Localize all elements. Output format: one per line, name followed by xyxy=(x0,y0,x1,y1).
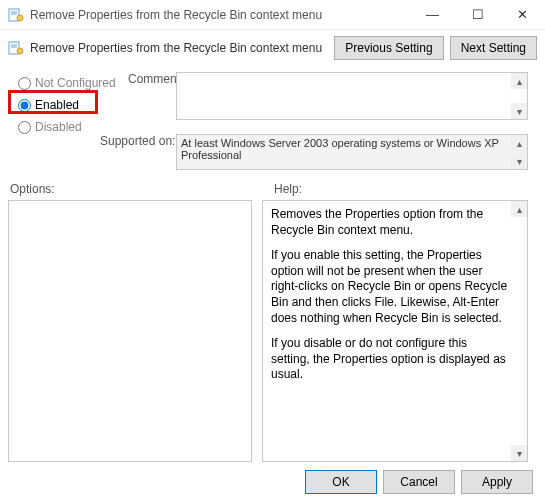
svg-point-7 xyxy=(17,48,23,54)
supported-on-label: Supported on: xyxy=(100,134,175,148)
radio-disabled-input[interactable] xyxy=(18,121,31,134)
next-setting-button[interactable]: Next Setting xyxy=(450,36,537,60)
dialog-button-row: OK Cancel Apply xyxy=(305,470,533,494)
radio-disabled-label: Disabled xyxy=(35,120,82,134)
options-label: Options: xyxy=(8,182,268,196)
close-button[interactable]: ✕ xyxy=(500,0,545,30)
scroll-down-icon[interactable]: ▾ xyxy=(511,445,527,461)
scroll-down-icon[interactable]: ▾ xyxy=(511,103,527,119)
cancel-button[interactable]: Cancel xyxy=(383,470,455,494)
radio-not-configured-label: Not Configured xyxy=(35,76,116,90)
radio-enabled[interactable]: Enabled xyxy=(18,94,118,116)
radio-not-configured-input[interactable] xyxy=(18,77,31,90)
previous-setting-button[interactable]: Previous Setting xyxy=(334,36,443,60)
radio-not-configured[interactable]: Not Configured xyxy=(18,72,118,94)
state-radio-group: Not Configured Enabled Disabled xyxy=(18,72,118,138)
scroll-up-icon[interactable]: ▴ xyxy=(511,201,527,217)
window-title: Remove Properties from the Recycle Bin c… xyxy=(30,8,410,22)
help-label: Help: xyxy=(268,182,302,196)
svg-point-3 xyxy=(17,15,23,21)
help-pane: Removes the Properties option from the R… xyxy=(262,200,528,462)
scroll-down-icon[interactable]: ▾ xyxy=(511,153,527,169)
comment-field[interactable]: ▴ ▾ xyxy=(176,72,528,120)
scroll-up-icon[interactable]: ▴ xyxy=(511,135,527,151)
radio-enabled-label: Enabled xyxy=(35,98,79,112)
radio-enabled-input[interactable] xyxy=(18,99,31,112)
policy-icon xyxy=(8,40,24,56)
options-pane xyxy=(8,200,252,462)
maximize-button[interactable]: ☐ xyxy=(455,0,500,30)
help-paragraph: Removes the Properties option from the R… xyxy=(271,207,509,238)
help-paragraph: If you enable this setting, the Properti… xyxy=(271,248,509,326)
apply-button[interactable]: Apply xyxy=(461,470,533,494)
help-paragraph: If you disable or do not configure this … xyxy=(271,336,509,383)
ok-button[interactable]: OK xyxy=(305,470,377,494)
minimize-button[interactable]: — xyxy=(410,0,455,30)
titlebar: Remove Properties from the Recycle Bin c… xyxy=(0,0,545,30)
supported-on-value: At least Windows Server 2003 operating s… xyxy=(181,137,499,161)
scroll-up-icon[interactable]: ▴ xyxy=(511,73,527,89)
supported-on-field: At least Windows Server 2003 operating s… xyxy=(176,134,528,170)
app-icon xyxy=(8,7,24,23)
policy-title: Remove Properties from the Recycle Bin c… xyxy=(30,41,334,55)
